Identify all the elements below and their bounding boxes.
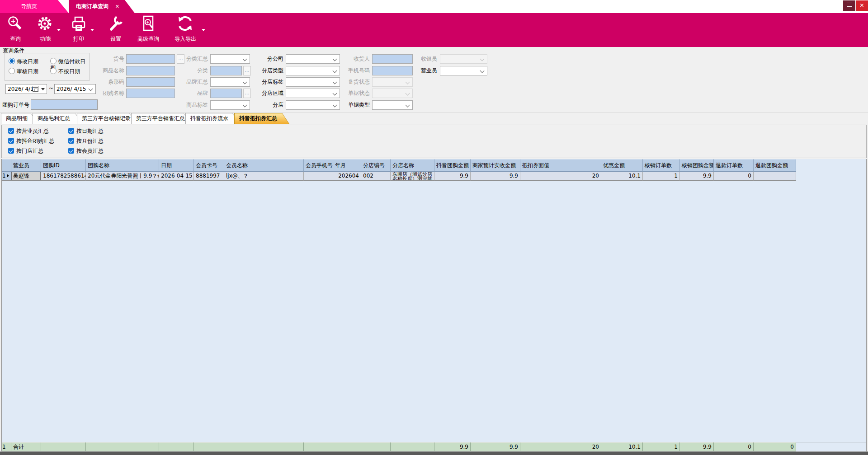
option-by-date[interactable]: 按日期汇总 (68, 128, 104, 134)
radio-no-date[interactable]: 不按日期 (50, 68, 80, 74)
branch-company-select[interactable] (286, 54, 340, 64)
query-button[interactable]: 查询 (3, 14, 28, 46)
category-input[interactable] (210, 66, 242, 75)
tab-navigation-page[interactable]: 导航页 (0, 0, 69, 13)
data-cell[interactable] (754, 172, 796, 181)
calendar-icon[interactable] (33, 86, 38, 92)
header-cell[interactable]: 抖音团购金额 (434, 159, 471, 172)
option-by-store[interactable]: 按门店汇总 (8, 148, 43, 154)
tab-product-profit-summary[interactable]: 商品毛利汇总 (33, 113, 82, 124)
data-cell[interactable]: 9.9 (434, 172, 471, 181)
header-cell[interactable]: 核销团购金额 (680, 159, 714, 172)
header-cell[interactable]: 优惠金额 (601, 159, 643, 172)
checkbox-checked-icon[interactable] (68, 138, 74, 144)
doc-type-select[interactable] (372, 100, 413, 110)
dropdown-caret-icon[interactable] (202, 29, 205, 31)
data-cell[interactable]: 10.1 (601, 172, 643, 181)
checkbox-checked-icon[interactable] (68, 128, 74, 134)
footer-cell: 0 (714, 442, 754, 451)
footer-cell (194, 442, 224, 451)
toolbar: 查询 功能 打印 设置 (0, 13, 868, 47)
tab-thirdparty-verify-records[interactable]: 第三方平台核销记录 (77, 113, 137, 124)
radio-icon[interactable] (50, 68, 57, 74)
data-cell[interactable]: 202604 (333, 172, 361, 181)
header-cell[interactable]: 分店编号 (361, 159, 391, 172)
field-label-stock-status: 备货状态 (332, 77, 370, 87)
window-restore-button[interactable] (843, 0, 855, 11)
data-cell[interactable]: 9.9 (680, 172, 714, 181)
radio-icon[interactable] (9, 58, 15, 64)
header-cell[interactable]: 营业员 (11, 159, 41, 172)
radio-wechat-pay-date[interactable]: 微信付款日期 (50, 58, 89, 64)
header-cell[interactable]: 抵扣券面值 (520, 159, 601, 172)
dropdown-caret-icon[interactable] (41, 88, 45, 90)
tab-douyin-coupon-summary[interactable]: 抖音抵扣券汇总 (234, 113, 289, 124)
radio-icon[interactable] (9, 68, 15, 74)
header-cell[interactable]: 分店名称 (391, 159, 434, 172)
salesperson-select[interactable] (440, 66, 487, 75)
advanced-query-button[interactable]: 高级查询 (130, 14, 166, 46)
header-cell[interactable]: 退款订单数 (714, 159, 754, 172)
radio-icon[interactable] (50, 58, 57, 64)
data-cell[interactable]: 0 (714, 172, 754, 181)
option-by-douyin-groupbuy[interactable]: 按抖音团购汇总 (8, 138, 54, 144)
store-select[interactable] (286, 100, 340, 110)
data-cell[interactable]: 吴赵锋 (11, 172, 41, 181)
dropdown-caret-icon[interactable] (57, 29, 61, 31)
checkbox-checked-icon[interactable] (8, 138, 14, 144)
option-by-salesperson[interactable]: 按营业员汇总 (8, 128, 49, 134)
header-cell[interactable]: 团购名称 (86, 159, 159, 172)
data-cell[interactable]: 9.9 (471, 172, 520, 181)
checkbox-checked-icon[interactable] (68, 148, 74, 154)
settings-button[interactable]: 设置 (103, 14, 128, 46)
tab-order-query[interactable]: 电商订单查询 ✕ (69, 0, 135, 13)
footer-cell: 0 (754, 442, 796, 451)
option-by-member[interactable]: 按会员汇总 (68, 148, 104, 154)
data-cell[interactable]: 20元代金券阳光普照丨9.9？全场通用 (86, 172, 159, 181)
brand-input[interactable] (210, 89, 242, 98)
header-cell[interactable]: 商家预计实收金额 (471, 159, 520, 172)
data-cell[interactable]: 8881997 (194, 172, 224, 181)
header-cell[interactable]: 会员卡号 (194, 159, 224, 172)
tab-douyin-coupon-flow[interactable]: 抖音抵扣券流水 (185, 113, 240, 124)
date-from-picker[interactable]: 2026/ 4/14 (5, 84, 47, 94)
store-type-select[interactable] (286, 66, 340, 75)
dropdown-caret-icon[interactable] (90, 29, 94, 31)
header-cell[interactable]: 会员手机号 (304, 159, 333, 172)
radio-audit-date[interactable]: 审核日期 (9, 68, 38, 74)
header-cell[interactable]: 退款团购金额 (754, 159, 796, 172)
data-cell[interactable] (304, 172, 333, 181)
window-close-button[interactable]: ✕ (856, 0, 868, 11)
chevron-down-icon (480, 69, 485, 73)
data-cell[interactable]: 20 (520, 172, 601, 181)
tab-thirdparty-sales-summary[interactable]: 第三方平台销售汇总 (131, 113, 191, 124)
field-label-barcode: 条形码 (86, 77, 124, 87)
radio-modify-date[interactable]: 修改日期 (9, 58, 38, 64)
data-cell[interactable]: 2026-04-15 (159, 172, 194, 181)
print-button[interactable]: 打印 (66, 14, 91, 46)
option-by-month[interactable]: 按月份汇总 (68, 138, 104, 144)
data-cell[interactable]: 1 (643, 172, 680, 181)
header-cell[interactable]: 团购ID (41, 159, 86, 172)
header-cell[interactable]: 核销订单数 (643, 159, 680, 172)
checkbox-checked-icon[interactable] (8, 148, 14, 154)
field-label-cashier: 收银员 (398, 54, 437, 64)
functions-button[interactable]: 功能 (33, 14, 58, 46)
data-cell[interactable]: 1861782588614682 (41, 172, 86, 181)
store-tag-select[interactable] (286, 77, 340, 87)
data-cell[interactable]: ljx@、？ (224, 172, 304, 181)
close-tab-icon[interactable]: ✕ (115, 0, 119, 13)
store-region-select[interactable] (286, 89, 340, 98)
header-cell[interactable]: 日期 (159, 159, 194, 172)
header-cell[interactable]: 会员名称 (224, 159, 304, 172)
printer-icon (70, 14, 88, 35)
header-cell[interactable]: 年月 (333, 159, 361, 172)
chevron-down-icon (480, 57, 485, 61)
tab-product-detail[interactable]: 商品明细 (1, 113, 38, 124)
import-export-button[interactable]: 导入导出 (169, 14, 202, 46)
row-selector[interactable]: 1 (2, 172, 11, 181)
data-cell[interactable]: 东圃店（测试分店名称长度）测完就改回 (391, 172, 434, 181)
checkbox-checked-icon[interactable] (8, 128, 14, 134)
order-no-input[interactable] (31, 99, 98, 110)
data-cell[interactable]: 002 (361, 172, 391, 181)
